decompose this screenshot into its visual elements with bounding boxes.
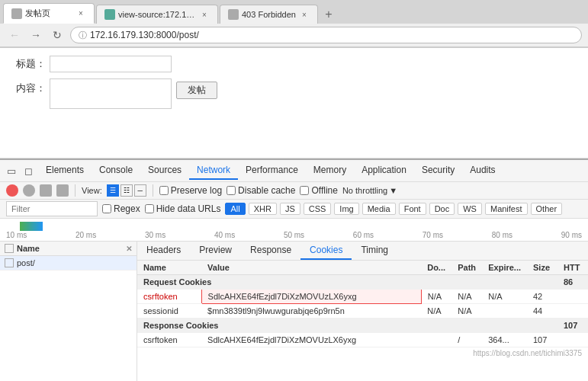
tab-security[interactable]: Security xyxy=(414,162,462,180)
address-bar: ← → ↻ ⓘ 172.16.179.130:8000/post/ xyxy=(0,24,588,47)
filter-input[interactable] xyxy=(6,201,98,216)
divider-2 xyxy=(153,184,153,197)
detail-tab-headers[interactable]: Headers xyxy=(137,242,190,260)
cookie-domain-csrftoken-res xyxy=(421,333,451,347)
view-buttons: ☰ ☷ ─ xyxy=(107,184,146,197)
regex-checkbox[interactable]: Regex xyxy=(102,203,140,214)
inspect-icon[interactable]: ▭ xyxy=(5,164,18,178)
cookie-name-csrftoken-req: csrftoken xyxy=(137,290,201,304)
close-icon[interactable]: ✕ xyxy=(126,245,132,253)
device-icon[interactable]: ◻ xyxy=(21,164,35,178)
url-bar[interactable]: ⓘ 172.16.179.130:8000/post/ xyxy=(70,27,582,43)
back-button[interactable]: ← xyxy=(6,27,23,43)
filter-manifest[interactable]: Manifest xyxy=(485,203,528,215)
requests-pane: Name ✕ post/ xyxy=(0,242,137,381)
tab-label-3: 403 Forbidden xyxy=(242,10,296,19)
tab-2[interactable]: view-source:172.16.17... × xyxy=(96,5,218,24)
cookie-row-csrftoken-res[interactable]: csrftoken SdlcAHXE64fEzjdl7DiXzMOVUzLX6y… xyxy=(137,333,588,347)
select-all-checkbox[interactable] xyxy=(5,244,14,253)
cookie-size-sessionid: 44 xyxy=(527,304,557,319)
tab-elements[interactable]: Elements xyxy=(38,162,92,180)
section-request-cookies: Request Cookies 86 xyxy=(137,275,588,290)
tab-sources[interactable]: Sources xyxy=(140,162,189,180)
cookie-http-sessionid xyxy=(557,304,588,319)
filter-doc[interactable]: Doc xyxy=(429,203,455,215)
offline-checkbox[interactable]: Offline xyxy=(300,185,337,196)
col-domain: Do... xyxy=(421,261,451,275)
detail-tab-timing[interactable]: Timing xyxy=(352,242,397,260)
tab-close-2[interactable]: × xyxy=(199,9,210,20)
detail-view-button[interactable]: ─ xyxy=(134,184,146,197)
col-size: Size xyxy=(527,261,557,275)
filter-ws[interactable]: WS xyxy=(458,203,482,215)
filter-js[interactable]: JS xyxy=(280,203,300,215)
divider-1 xyxy=(75,184,76,197)
tab-audits[interactable]: Audits xyxy=(462,162,503,180)
regex-input[interactable] xyxy=(102,204,111,213)
section-response-cookies: Response Cookies 107 xyxy=(137,319,588,333)
record-button[interactable] xyxy=(6,184,18,197)
tab-memory[interactable]: Memory xyxy=(306,162,354,180)
section-size-request: 86 xyxy=(557,275,588,290)
submit-button[interactable]: 发帖 xyxy=(176,82,217,99)
cookie-row-sessionid[interactable]: sessionid $mn3839tl9nj9lwuwgurabjqe6p9rn… xyxy=(137,304,588,319)
cookie-name-sessionid: sessionid xyxy=(137,304,201,319)
filter-button[interactable] xyxy=(56,184,69,197)
detail-tab-preview[interactable]: Preview xyxy=(190,242,241,260)
title-input[interactable] xyxy=(50,56,172,72)
tab-performance[interactable]: Performance xyxy=(238,162,306,180)
cookie-row-csrftoken-req[interactable]: csrftoken SdlcAHXE64fEzjdl7DiXzMOVUzLX6y… xyxy=(137,290,588,304)
col-expires: Expire... xyxy=(482,261,527,275)
req-name-post: post/ xyxy=(17,258,35,267)
filter-css[interactable]: CSS xyxy=(304,203,332,215)
camera-button[interactable] xyxy=(40,184,52,197)
disable-cache-checkbox[interactable]: Disable cache xyxy=(227,185,295,196)
grid-view-button[interactable]: ☷ xyxy=(120,184,133,197)
request-item-post[interactable]: post/ xyxy=(0,256,137,271)
filter-other[interactable]: Other xyxy=(531,203,563,215)
content-input[interactable] xyxy=(50,78,172,109)
tab-network[interactable]: Network xyxy=(189,162,238,180)
lock-icon: ⓘ xyxy=(79,30,87,41)
devtools-tab-bar: ▭ ◻ Elements Console Sources Network Per… xyxy=(0,160,588,182)
tab-3[interactable]: 403 Forbidden × xyxy=(220,5,318,24)
clear-button[interactable] xyxy=(23,184,35,197)
list-view-button[interactable]: ☰ xyxy=(107,184,119,197)
tab-close-3[interactable]: × xyxy=(299,9,310,20)
devtools-tabs: Elements Console Sources Network Perform… xyxy=(38,162,503,180)
hide-data-input[interactable] xyxy=(145,204,154,213)
hide-data-urls-checkbox[interactable]: Hide data URLs xyxy=(145,203,221,214)
cookie-http-csrftoken-req xyxy=(557,290,588,304)
cookie-size-csrftoken-res: 107 xyxy=(527,333,557,347)
tab-close-1[interactable]: × xyxy=(76,8,86,19)
filter-media[interactable]: Media xyxy=(362,203,396,215)
req-checkbox-post[interactable] xyxy=(5,258,14,267)
tab-console[interactable]: Console xyxy=(92,162,140,180)
tab-application[interactable]: Application xyxy=(354,162,414,180)
details-pane: Headers Preview Response Cookies Timing … xyxy=(137,242,588,381)
filter-bar: Regex Hide data URLs All XHR JS CSS Img … xyxy=(0,200,588,219)
offline-input[interactable] xyxy=(300,186,309,195)
detail-tab-response[interactable]: Response xyxy=(241,242,300,260)
tab-1[interactable]: 发帖页 × xyxy=(3,3,95,24)
cookie-path-csrftoken-res: / xyxy=(451,333,482,347)
disable-cache-input[interactable] xyxy=(227,186,236,195)
filter-tags: All XHR JS CSS Img Media Font Doc WS Man… xyxy=(225,203,562,215)
filter-xhr[interactable]: XHR xyxy=(249,203,277,215)
preserve-log-input[interactable] xyxy=(159,186,169,195)
watermark: https://blog.csdn.net/tichimi3375 xyxy=(137,347,588,359)
detail-tabs: Headers Preview Response Cookies Timing xyxy=(137,242,588,261)
filter-img[interactable]: Img xyxy=(334,203,358,215)
cookie-value-sessionid: $mn3839tl9nj9lwuwgurabjqe6p9rn5n xyxy=(201,304,421,319)
reload-button[interactable]: ↻ xyxy=(49,27,66,43)
filter-font[interactable]: Font xyxy=(399,203,426,215)
detail-tab-cookies[interactable]: Cookies xyxy=(300,242,352,260)
col-value: Value xyxy=(201,261,421,275)
filter-all[interactable]: All xyxy=(225,203,245,215)
forward-button[interactable]: → xyxy=(27,27,44,43)
new-tab-button[interactable]: + xyxy=(320,5,338,24)
throttling-select[interactable]: No throttling ▼ xyxy=(342,186,397,195)
cookie-value-csrftoken-res: SdlcAHXE64fEzjdl7DiXzMOVUzLX6yxg xyxy=(201,333,421,347)
preserve-log-checkbox[interactable]: Preserve log xyxy=(159,185,222,196)
cookie-size-csrftoken-req: 42 xyxy=(527,290,557,304)
